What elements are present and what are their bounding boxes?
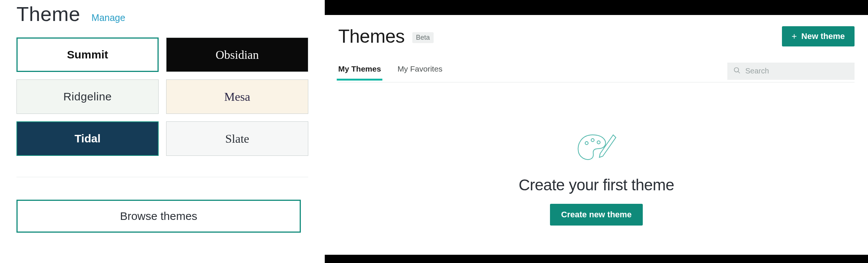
browse-themes-button[interactable]: Browse themes <box>16 200 301 233</box>
themes-main-panel: Themes Beta + New theme My Themes My Fav… <box>325 0 868 263</box>
search-field[interactable] <box>727 63 855 80</box>
page-title: Themes <box>338 25 405 47</box>
themes-header: Themes Beta + New theme <box>338 25 855 47</box>
palette-icon <box>574 127 619 166</box>
theme-sidebar-title: Theme <box>16 2 80 25</box>
sidebar-divider <box>16 177 308 177</box>
theme-tile-ridgeline[interactable]: Ridgeline <box>16 79 159 114</box>
svg-point-0 <box>734 67 739 72</box>
empty-state-headline: Create your first theme <box>519 176 674 194</box>
tabs: My Themes My Favorites <box>338 64 443 80</box>
tab-my-favorites[interactable]: My Favorites <box>397 64 442 80</box>
tab-my-themes[interactable]: My Themes <box>338 64 381 80</box>
window-top-letterbox <box>325 0 868 15</box>
theme-tile-slate[interactable]: Slate <box>166 121 308 156</box>
plus-icon: + <box>792 32 797 41</box>
create-new-theme-button[interactable]: Create new theme <box>550 204 643 226</box>
manage-link[interactable]: Manage <box>92 12 125 23</box>
new-theme-button-label: New theme <box>801 31 845 41</box>
search-input[interactable] <box>745 67 849 75</box>
themes-title-wrap: Themes Beta <box>338 25 434 47</box>
theme-tile-tidal[interactable]: Tidal <box>16 121 159 156</box>
theme-tile-summit[interactable]: Summit <box>16 37 159 72</box>
empty-state: Create your first theme Create new theme <box>325 127 868 226</box>
svg-point-3 <box>591 139 594 142</box>
new-theme-button[interactable]: + New theme <box>782 26 855 46</box>
search-icon <box>733 67 741 76</box>
svg-point-4 <box>597 141 600 144</box>
theme-sidebar-header: Theme Manage <box>16 0 308 25</box>
theme-tile-obsidian[interactable]: Obsidian <box>166 37 308 72</box>
svg-line-1 <box>738 71 740 73</box>
theme-sidebar: Theme Manage Summit Obsidian Ridgeline M… <box>0 0 325 263</box>
themes-content: Themes Beta + New theme My Themes My Fav… <box>325 15 868 255</box>
theme-tile-grid: Summit Obsidian Ridgeline Mesa Tidal Sla… <box>16 37 308 156</box>
theme-tile-mesa[interactable]: Mesa <box>166 79 308 114</box>
svg-point-2 <box>585 142 588 145</box>
beta-badge: Beta <box>412 32 434 43</box>
window-bottom-letterbox <box>325 255 868 263</box>
tabs-row: My Themes My Favorites <box>338 62 855 82</box>
